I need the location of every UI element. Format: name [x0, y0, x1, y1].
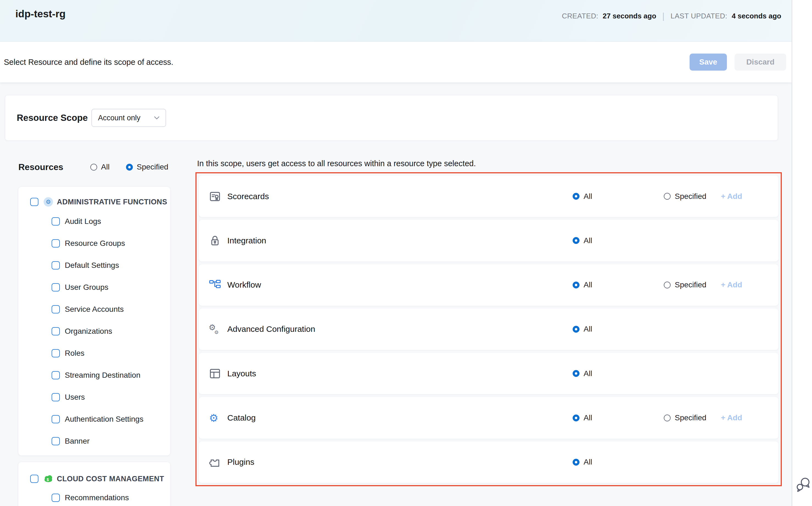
svg-text:⚙: ⚙ — [209, 412, 218, 424]
item-label: Authentication Settings — [65, 415, 143, 424]
discard-button[interactable]: Discard — [735, 54, 786, 71]
checkbox[interactable] — [52, 283, 60, 291]
list-item[interactable]: Service Accounts — [18, 298, 170, 320]
row-specified-label: Specified — [675, 413, 706, 422]
radio-selected-icon[interactable] — [573, 281, 580, 288]
checkbox[interactable] — [30, 475, 38, 483]
toolbar-description: Select Resource and define its scope of … — [4, 58, 173, 67]
resource-scope-select[interactable]: Account only — [91, 109, 166, 127]
resources-all-label: All — [101, 163, 110, 171]
item-label: User Groups — [65, 283, 108, 292]
row-all-option[interactable]: All — [573, 369, 592, 378]
list-item[interactable]: Users — [18, 386, 170, 408]
list-item[interactable]: Streaming Destination — [18, 364, 170, 386]
puzzle-icon — [209, 456, 221, 469]
row-all-label: All — [584, 413, 592, 422]
checkbox[interactable] — [52, 494, 60, 502]
row-all-option[interactable]: All — [573, 280, 592, 289]
checkbox[interactable] — [52, 239, 60, 248]
checkbox[interactable] — [52, 393, 60, 401]
group-items: Recommendations — [18, 487, 170, 506]
list-item[interactable]: Authentication Settings — [18, 408, 170, 430]
radio-unselected-icon[interactable] — [90, 164, 97, 171]
list-item[interactable]: Banner — [18, 430, 170, 452]
record-timestamps: CREATED: 27 seconds ago | LAST UPDATED: … — [562, 11, 781, 21]
resource-row-advanced-configuration: ⚙ ⚙ Advanced Configuration All — [199, 309, 779, 350]
radio-unselected-icon[interactable] — [664, 415, 671, 421]
row-label: Integration — [227, 236, 266, 245]
created-label: CREATED: — [562, 12, 598, 20]
list-item[interactable]: Resource Groups — [18, 232, 170, 254]
resource-group-card-administrative: ⚙ ADMINISTRATIVE FUNCTIONS Audit Logs Re… — [18, 187, 170, 455]
checkbox[interactable] — [52, 327, 60, 335]
list-item[interactable]: Recommendations — [18, 487, 170, 506]
radio-unselected-icon[interactable] — [664, 281, 671, 288]
row-all-option[interactable]: All — [573, 458, 592, 467]
checkbox[interactable] — [52, 261, 60, 269]
radio-unselected-icon[interactable] — [664, 193, 671, 200]
item-label: Roles — [65, 349, 85, 358]
item-label: Service Accounts — [65, 305, 124, 314]
save-button[interactable]: Save — [690, 54, 727, 71]
item-label: Banner — [65, 437, 90, 445]
row-all-option[interactable]: All — [573, 325, 592, 334]
resources-header: Resources All Specified — [18, 161, 178, 173]
checkbox[interactable] — [52, 371, 60, 380]
add-button[interactable]: + Add — [721, 192, 742, 201]
group-title: CLOUD COST MANAGEMENT — [57, 475, 164, 483]
add-button[interactable]: + Add — [721, 280, 742, 289]
row-all-label: All — [584, 458, 592, 467]
radio-selected-icon[interactable] — [126, 164, 133, 171]
row-specified-option[interactable]: Specified — [664, 192, 706, 201]
row-all-option[interactable]: All — [573, 192, 592, 201]
svg-text:⚙: ⚙ — [214, 329, 218, 335]
radio-selected-icon[interactable] — [573, 193, 580, 200]
resources-specified-label: Specified — [137, 163, 168, 171]
chat-support-icon[interactable] — [796, 477, 810, 493]
radio-selected-icon[interactable] — [573, 370, 580, 377]
row-all-label: All — [584, 325, 592, 334]
checkbox[interactable] — [52, 437, 60, 445]
group-header-administrative[interactable]: ⚙ ADMINISTRATIVE FUNCTIONS — [18, 187, 170, 206]
checkbox[interactable] — [52, 415, 60, 423]
created-value: 27 seconds ago — [603, 12, 656, 20]
radio-selected-icon[interactable] — [573, 237, 580, 244]
add-button[interactable]: + Add — [721, 413, 742, 422]
resource-scope-label: Resource Scope — [17, 113, 88, 123]
radio-selected-icon[interactable] — [573, 326, 580, 333]
checkbox[interactable] — [52, 305, 60, 314]
row-all-option[interactable]: All — [573, 236, 592, 245]
checkbox[interactable] — [52, 349, 60, 357]
group-header-ccm[interactable]: $ CLOUD COST MANAGEMENT — [18, 462, 170, 484]
resource-row-catalog: ⚙ Catalog All Specified + Add — [199, 397, 779, 438]
gear-icon: ⚙ — [44, 197, 53, 206]
resource-row-workflow: Workflow All Specified + Add — [199, 264, 779, 306]
item-label: Organizations — [65, 327, 112, 336]
row-specified-label: Specified — [675, 280, 706, 289]
list-item[interactable]: Audit Logs — [18, 210, 170, 232]
list-item[interactable]: Organizations — [18, 320, 170, 342]
scorecard-icon — [209, 190, 221, 203]
radio-selected-icon[interactable] — [573, 415, 580, 421]
resources-all-option[interactable]: All — [90, 163, 110, 171]
list-item[interactable]: Roles — [18, 342, 170, 364]
resource-group-card-ccm: $ CLOUD COST MANAGEMENT Recommendations — [18, 462, 170, 506]
row-label: Scorecards — [227, 192, 269, 201]
gear-blue-icon: ⚙ — [209, 412, 221, 424]
svg-text:$: $ — [47, 478, 49, 482]
list-item[interactable]: Default Settings — [18, 254, 170, 276]
checkbox[interactable] — [30, 198, 38, 206]
row-label: Catalog — [227, 413, 256, 422]
radio-selected-icon[interactable] — [573, 459, 580, 466]
resources-specified-option[interactable]: Specified — [126, 163, 168, 171]
row-specified-option[interactable]: Specified — [664, 413, 706, 422]
row-all-option[interactable]: All — [573, 413, 592, 422]
updated-value: 4 seconds ago — [731, 12, 781, 20]
checkbox[interactable] — [52, 217, 60, 226]
updated-label: LAST UPDATED: — [671, 12, 727, 20]
row-label: Advanced Configuration — [227, 324, 315, 334]
item-label: Resource Groups — [65, 239, 125, 248]
right-rail — [792, 0, 812, 506]
row-specified-option[interactable]: Specified — [664, 280, 706, 289]
list-item[interactable]: User Groups — [18, 276, 170, 298]
